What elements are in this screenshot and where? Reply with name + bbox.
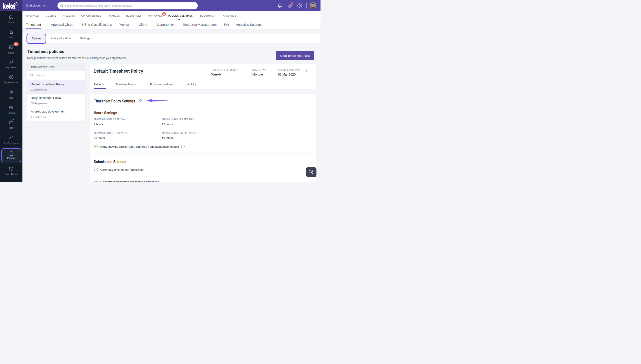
svg-text:keka: keka [3, 2, 15, 10]
svg-text:i: i [182, 145, 183, 148]
